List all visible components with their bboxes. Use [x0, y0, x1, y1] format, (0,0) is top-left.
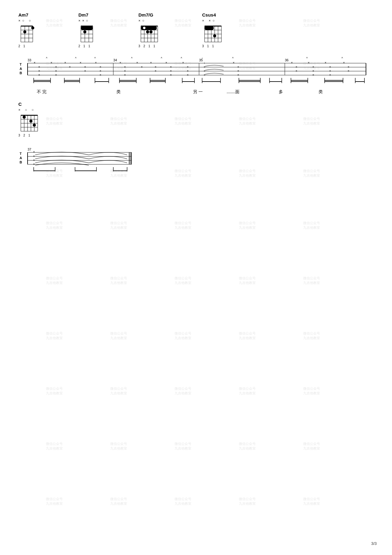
section-2: C × ○ ○	[18, 101, 374, 174]
chord-am7: Am7 ×○ ○	[18, 12, 36, 48]
tab-section-1: T A B 33 34 35 36	[18, 54, 374, 89]
svg-text:×: ×	[95, 61, 97, 64]
svg-text:×: ×	[100, 73, 101, 77]
svg-text:36: 36	[285, 58, 288, 62]
svg-point-188	[33, 124, 36, 127]
watermark: 微信公众号九吉他教室	[110, 221, 127, 230]
chord-grid-dm7g	[138, 24, 159, 44]
svg-text:×: ×	[187, 69, 189, 73]
svg-text:^: ^	[306, 57, 308, 60]
lyric-3: 另 一	[193, 89, 203, 95]
svg-text:×: ×	[182, 61, 184, 64]
watermark: 微信公众号九吉他教室	[303, 276, 320, 285]
watermark: 微信公众号九吉他教室	[239, 221, 256, 230]
svg-text:34: 34	[113, 58, 117, 62]
watermark: 微信公众号九吉他教室	[175, 442, 191, 451]
svg-text:×: ×	[124, 69, 126, 73]
watermark: 微信公众号九吉他教室	[110, 442, 127, 451]
svg-text:×: ×	[170, 65, 172, 69]
lyric-6: 类	[318, 89, 323, 95]
svg-text:×: ×	[34, 61, 36, 64]
svg-rect-37	[205, 26, 214, 30]
chord-fingers-dm7g: 3 2 1 1	[138, 44, 156, 48]
svg-text:×: ×	[33, 155, 35, 158]
tab-section-2: T A B 37 × × ×	[18, 143, 374, 174]
svg-text:×: ×	[136, 61, 138, 64]
svg-text:×: ×	[100, 69, 101, 73]
chord-name-c: C	[18, 101, 22, 107]
svg-text:B: B	[20, 160, 22, 164]
watermark: 微信公众号九吉他教室	[175, 386, 191, 396]
svg-text:^: ^	[161, 57, 162, 60]
svg-text:^: ^	[232, 57, 234, 60]
watermark: 微信公众号九吉他教室	[110, 497, 127, 506]
watermark: 微信公众号九吉他教室	[46, 442, 63, 451]
chord-csus4: Csus4 × ×○	[202, 12, 223, 48]
svg-point-186	[23, 116, 26, 119]
watermark: 微信公众号九吉他教室	[110, 276, 127, 285]
svg-text:×: ×	[170, 73, 172, 77]
svg-text:×: ×	[55, 65, 57, 69]
svg-text:×: ×	[38, 69, 40, 73]
watermark: 微信公众号九吉他教室	[175, 497, 191, 506]
svg-text:×: ×	[348, 65, 349, 69]
chord-open-dm7: ××○	[78, 19, 90, 23]
svg-point-36	[149, 30, 153, 33]
watermark: 微信公众号九吉他教室	[46, 276, 63, 285]
chord-dm7: Dm7 ××○	[78, 12, 96, 48]
chord-name-dm7g: Dm7/G	[138, 12, 153, 17]
watermark: 微信公众号九吉他教室	[46, 497, 63, 506]
watermark: 微信公众号九吉他教室	[175, 276, 191, 285]
svg-text:T: T	[20, 152, 22, 155]
svg-text:×: ×	[155, 69, 156, 73]
svg-point-10	[31, 26, 34, 29]
lyric-5: 多	[279, 89, 283, 95]
svg-text:^: ^	[341, 57, 343, 60]
watermark: 微信公众号九吉他教室	[46, 221, 63, 230]
page-content: Am7 ×○ ○	[0, 0, 392, 188]
svg-text:^: ^	[46, 57, 47, 60]
svg-text:37: 37	[28, 147, 31, 151]
svg-rect-11	[81, 26, 93, 30]
chord-row-2: C × ○ ○	[18, 101, 374, 137]
svg-text:×: ×	[204, 69, 205, 73]
svg-text:×: ×	[141, 65, 143, 69]
svg-text:×: ×	[291, 61, 293, 64]
svg-text:T: T	[20, 63, 22, 66]
chord-grid-am7	[18, 24, 36, 44]
watermark: 微信公众号九吉他教室	[303, 386, 320, 396]
watermark: 微信公众号九吉他教室	[303, 497, 320, 506]
svg-text:×: ×	[325, 61, 326, 64]
svg-text:×: ×	[33, 159, 35, 162]
svg-text:×: ×	[69, 65, 71, 69]
svg-text:^: ^	[181, 57, 182, 60]
watermark: 微信公众号九吉他教室	[239, 442, 256, 451]
watermark: 微信公众号九吉他教室	[239, 386, 256, 396]
svg-text:B: B	[20, 71, 22, 75]
watermark: 微信公众号九吉他教室	[175, 221, 191, 230]
svg-text:×: ×	[38, 65, 40, 69]
svg-text:A: A	[20, 67, 22, 71]
watermark: 微信公众号九吉他教室	[239, 497, 256, 506]
watermark: 微信公众号九吉他教室	[303, 331, 320, 341]
svg-text:×: ×	[329, 65, 331, 69]
svg-text:×: ×	[237, 65, 239, 69]
chord-fingers-dm7: 2 1 1	[78, 44, 91, 48]
svg-text:×: ×	[170, 69, 172, 73]
chord-fingers-am7: 2 1	[18, 44, 26, 48]
chord-dm7g: Dm7/G ×○	[138, 12, 159, 48]
chord-grid-csus4	[202, 24, 223, 44]
watermark: 微信公众号九吉他教室	[239, 276, 256, 285]
svg-text:×: ×	[296, 69, 297, 73]
svg-text:×: ×	[237, 69, 239, 73]
svg-text:×: ×	[329, 73, 331, 77]
svg-text:×: ×	[165, 61, 167, 64]
chord-open-csus4: × ×○	[202, 19, 217, 23]
chord-open-c: × ○ ○	[18, 108, 36, 112]
chord-row-1: Am7 ×○ ○	[18, 12, 374, 48]
svg-text:×: ×	[84, 69, 86, 73]
svg-text:×: ×	[33, 150, 35, 154]
tab-staff-2: T A B 37 × × ×	[18, 143, 141, 174]
page-number: 3/3	[371, 541, 377, 546]
svg-text:×: ×	[187, 65, 189, 69]
